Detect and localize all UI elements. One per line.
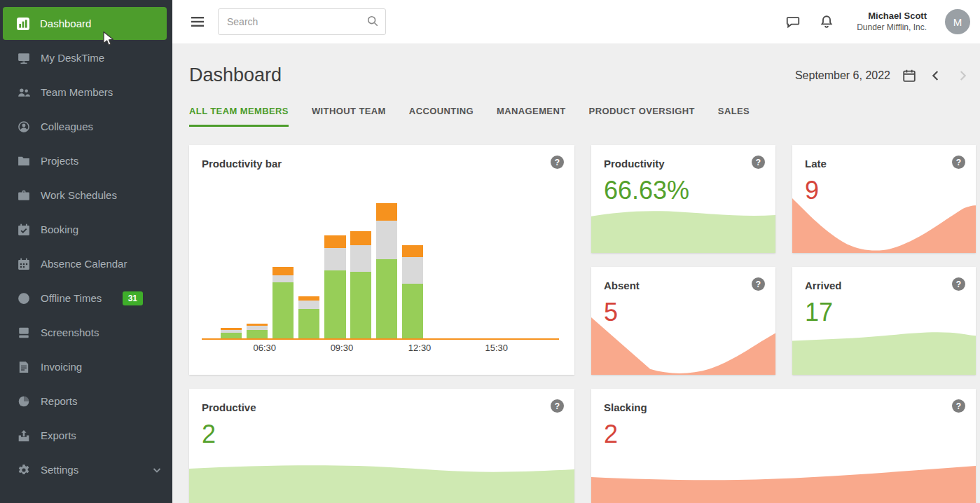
main-content: Dashboard September 6, 2022 ALL TEAM MEM… xyxy=(172,43,980,503)
sidebar-item-label: Team Members xyxy=(41,86,113,98)
sidebar-item-projects[interactable]: Projects xyxy=(0,144,172,178)
sidebar-item-team-members[interactable]: Team Members xyxy=(0,75,172,109)
sidebar-item-label: Absence Calendar xyxy=(41,258,127,270)
sidebar-item-label: Projects xyxy=(41,155,78,167)
search-input[interactable] xyxy=(218,8,386,35)
topbar: Michael Scott Dunder Mifflin, Inc. M xyxy=(172,0,980,43)
stacked-bar-8[interactable] xyxy=(402,245,423,338)
tab-accounting[interactable]: ACCOUNTING xyxy=(409,106,474,127)
help-icon[interactable]: ? xyxy=(952,399,965,413)
hamburger-menu-icon[interactable] xyxy=(189,13,206,30)
help-icon[interactable]: ? xyxy=(551,156,564,169)
sidebar-item-label: Reports xyxy=(41,395,78,407)
neutral-segment xyxy=(324,248,345,270)
team-filter-tabs: ALL TEAM MEMBERSWITHOUT TEAMACCOUNTINGMA… xyxy=(189,106,980,127)
stacked-bar-6[interactable] xyxy=(350,231,371,338)
chevron-down-icon xyxy=(151,464,163,476)
sidebar-item-label: My DeskTime xyxy=(41,52,104,64)
sidebar-item-offline-times[interactable]: Offline Times31 xyxy=(0,281,172,315)
stacked-bar-1[interactable] xyxy=(221,328,242,338)
reports-icon xyxy=(17,394,31,408)
help-icon[interactable]: ? xyxy=(952,156,965,169)
tab-management[interactable]: MANAGEMENT xyxy=(497,106,566,127)
sidebar-item-absence-calendar[interactable]: Absence Calendar xyxy=(0,247,172,281)
sidebar-item-invoicing[interactable]: Invoicing xyxy=(0,350,172,384)
productive-segment xyxy=(247,330,268,338)
people-icon xyxy=(17,85,31,99)
x-axis-tick-label: 06:30 xyxy=(253,343,276,353)
card-productive: Productive ? 2 xyxy=(189,389,574,503)
productive-segment xyxy=(324,270,345,338)
unproductive-segment xyxy=(402,245,423,257)
sidebar-item-my-desktime[interactable]: My DeskTime xyxy=(0,41,172,75)
date-navigation: September 6, 2022 xyxy=(795,68,980,83)
user-company: Dunder Mifflin, Inc. xyxy=(857,22,927,34)
sidebar-item-booking[interactable]: Booking xyxy=(0,212,172,247)
chat-icon[interactable] xyxy=(785,14,801,29)
offline-times-badge: 31 xyxy=(123,291,143,305)
invoice-icon xyxy=(17,360,31,374)
help-icon[interactable]: ? xyxy=(952,277,965,291)
tab-sales[interactable]: SALES xyxy=(718,106,750,127)
search-icon[interactable] xyxy=(366,15,379,30)
neutral-segment xyxy=(298,301,319,309)
sidebar-item-work-schedules[interactable]: Work Schedules xyxy=(0,178,172,212)
next-day-chevron-icon xyxy=(955,68,970,83)
screenshots-icon xyxy=(17,326,31,340)
help-icon[interactable]: ? xyxy=(752,156,765,169)
user-name: Michael Scott xyxy=(857,11,927,22)
productivity-area-chart xyxy=(591,202,775,253)
stat-value: 2 xyxy=(591,413,976,449)
calendar-picker-icon[interactable] xyxy=(902,68,917,83)
exports-icon xyxy=(17,429,31,443)
unproductive-segment xyxy=(350,231,371,245)
help-icon[interactable]: ? xyxy=(551,399,564,413)
notifications-bell-icon[interactable] xyxy=(819,14,834,29)
avatar[interactable]: M xyxy=(945,9,970,34)
productivity-bar-chart: 06:3009:3012:3015:30 xyxy=(202,198,559,338)
calendar-check-icon xyxy=(17,223,31,237)
productive-segment xyxy=(350,272,371,338)
sidebar-item-label: Dashboard xyxy=(40,18,91,29)
stacked-bar-2[interactable] xyxy=(247,324,268,338)
unproductive-segment xyxy=(324,235,345,248)
neutral-segment xyxy=(402,257,423,284)
current-date: September 6, 2022 xyxy=(795,69,890,82)
x-axis-tick-label: 09:30 xyxy=(331,343,354,353)
card-productivity-bar: Productivity bar ? 06:3009:3012:3015:30 xyxy=(189,145,574,375)
monitor-icon xyxy=(17,51,31,65)
sidebar-item-screenshots[interactable]: Screenshots xyxy=(0,315,172,350)
sidebar-item-colleagues[interactable]: Colleagues xyxy=(0,109,172,144)
card-title: Absent xyxy=(604,277,640,291)
productive-segment xyxy=(376,259,397,338)
tab-without-team[interactable]: WITHOUT TEAM xyxy=(312,106,386,127)
tab-all-team-members[interactable]: ALL TEAM MEMBERS xyxy=(189,106,289,127)
main-column: Michael Scott Dunder Mifflin, Inc. M Das… xyxy=(172,0,980,503)
clock-icon xyxy=(17,291,31,305)
previous-day-chevron-icon[interactable] xyxy=(928,68,944,83)
x-axis-tick-label: 15:30 xyxy=(485,343,508,353)
sidebar-item-reports[interactable]: Reports xyxy=(0,384,172,418)
help-icon[interactable]: ? xyxy=(752,277,765,291)
productive-area-chart xyxy=(189,457,574,503)
stacked-bar-3[interactable] xyxy=(272,267,294,338)
sidebar-item-dashboard[interactable]: Dashboard xyxy=(3,7,167,40)
stacked-bar-5[interactable] xyxy=(324,235,345,338)
search-box xyxy=(218,8,386,35)
stacked-bar-4[interactable] xyxy=(298,296,319,338)
folder-icon xyxy=(17,154,31,168)
stat-value: 5 xyxy=(591,291,775,327)
user-menu[interactable]: Michael Scott Dunder Mifflin, Inc. xyxy=(857,11,927,33)
sidebar-item-exports[interactable]: Exports xyxy=(0,418,172,453)
bar-chart-icon xyxy=(16,17,30,31)
tab-product-oversight[interactable]: PRODUCT OVERSIGHT xyxy=(589,106,695,127)
card-title: Productivity bar xyxy=(202,156,282,170)
sidebar-item-settings[interactable]: Settings xyxy=(0,453,172,487)
sidebar-nav: DashboardMy DeskTimeTeam MembersColleagu… xyxy=(0,0,172,487)
card-late: Late ? 9 xyxy=(792,145,976,253)
sidebar-item-label: Offline Times xyxy=(41,292,102,304)
sidebar: DashboardMy DeskTimeTeam MembersColleagu… xyxy=(0,0,172,503)
productive-segment xyxy=(272,282,294,338)
x-axis-tick-label: 12:30 xyxy=(408,343,432,353)
stacked-bar-7[interactable] xyxy=(376,203,397,338)
